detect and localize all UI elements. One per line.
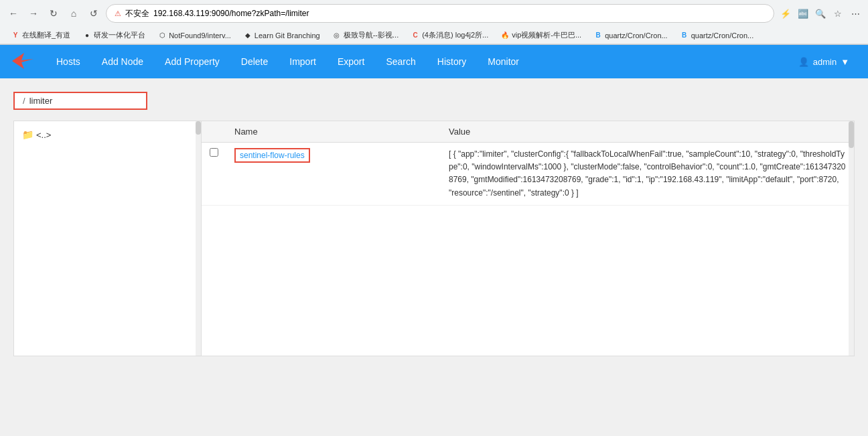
nav-history-button[interactable]: ↺: [86, 5, 102, 21]
bookmark-quartz2[interactable]: B quartz/Cron/Cron...: [674, 29, 760, 42]
nav-delete[interactable]: Delete: [230, 45, 279, 78]
nav-add-node[interactable]: Add Node: [91, 45, 154, 78]
browser-toolbar: ← → ↻ ⌂ ↺ ⚠ 不安全 192.168.43.119:9090/home…: [0, 0, 868, 27]
row-checkbox-cell: [202, 143, 226, 206]
bookmark-youdao[interactable]: Y 在线翻译_有道: [5, 29, 76, 42]
bookmark-favicon: ⬡: [157, 31, 167, 40]
bookmark-label: 极致导航--影视...: [344, 30, 399, 40]
bookmark-favicon: ●: [82, 31, 92, 40]
bookmark-log4j[interactable]: C (4条消息) log4j2所...: [405, 29, 494, 42]
bookmarks-bar: Y 在线翻译_有道 ● 研发一体化平台 ⬡ NotFound9/interv..…: [0, 27, 868, 44]
tree-scrollbar-thumb: [196, 121, 201, 135]
bookmark-label: Learn Git Branching: [255, 31, 320, 40]
data-panel: Name Value sentinel-flow-rules [ { "app"…: [202, 121, 854, 356]
browser-chrome: ← → ↻ ⌂ ↺ ⚠ 不安全 192.168.43.119:9090/home…: [0, 0, 868, 45]
translate-button[interactable]: 🔤: [796, 6, 810, 21]
bookmark-label: 研发一体化平台: [94, 30, 145, 40]
more-button[interactable]: ⋯: [848, 6, 863, 21]
content-area: 📁 <..> Name Value: [13, 121, 855, 356]
table-header: Name Value: [202, 121, 854, 143]
nav-history[interactable]: History: [427, 45, 478, 78]
row-value-cell: [ { "app":"limiter", "clusterConfig":{ "…: [441, 143, 854, 206]
breadcrumb: / limiter: [13, 92, 147, 110]
col-value: Value: [441, 121, 854, 143]
bookmark-favicon: ◎: [332, 31, 342, 40]
main-content: / limiter 📁 <..> Name Value: [0, 78, 868, 370]
bookmark-favicon: B: [680, 31, 689, 40]
browser-actions: ⚡ 🔤 🔍 ☆ ⋯: [778, 6, 863, 21]
breadcrumb-current: limiter: [29, 96, 53, 106]
bookmark-github[interactable]: ⬡ NotFound9/interv...: [152, 29, 236, 42]
user-name: admin: [813, 57, 837, 67]
bookmark-label: NotFound9/interv...: [169, 31, 231, 40]
tree-node-label: <..>: [36, 130, 51, 140]
row-name-cell: sentinel-flow-rules: [226, 143, 441, 206]
data-table: Name Value sentinel-flow-rules [ { "app"…: [202, 121, 854, 206]
bookmark-quartz1[interactable]: B quartz/Cron/Cron...: [588, 29, 673, 42]
app-logo: [11, 49, 35, 75]
row-checkbox[interactable]: [210, 148, 218, 157]
bookmark-label: (4条消息) log4j2所...: [422, 30, 488, 40]
logo-icon: [11, 49, 35, 73]
address-url: 192.168.43.119:9090/home?zkPath=/limiter: [153, 9, 309, 18]
user-dropdown-icon: ▼: [841, 57, 849, 67]
bookmark-research[interactable]: ● 研发一体化平台: [77, 29, 151, 42]
lightning-button[interactable]: ⚡: [778, 6, 793, 21]
bookmark-nav[interactable]: ◎ 极致导航--影视...: [327, 29, 405, 42]
table-body: sentinel-flow-rules [ { "app":"limiter",…: [202, 143, 854, 206]
tree-panel: 📁 <..>: [14, 121, 202, 356]
bookmark-favicon: C: [411, 31, 420, 40]
nav-back-button[interactable]: ←: [5, 5, 21, 21]
bookmark-label: 在线翻译_有道: [22, 30, 70, 40]
nav-search[interactable]: Search: [375, 45, 426, 78]
nav-hosts[interactable]: Hosts: [46, 45, 91, 78]
nav-import[interactable]: Import: [279, 45, 327, 78]
bookmark-favicon: Y: [11, 31, 20, 40]
bookmark-favicon: ◆: [243, 31, 252, 40]
nav-export[interactable]: Export: [327, 45, 375, 78]
bookmark-button[interactable]: ☆: [830, 6, 845, 21]
nav-add-property[interactable]: Add Property: [154, 45, 230, 78]
address-bar[interactable]: ⚠ 不安全 192.168.43.119:9090/home?zkPath=/l…: [106, 4, 774, 23]
bookmark-label: vip视频解析-牛巴巴...: [512, 30, 581, 40]
bookmark-label: quartz/Cron/Cron...: [691, 31, 754, 40]
table-header-row: Name Value: [202, 121, 854, 143]
table-row: sentinel-flow-rules [ { "app":"limiter",…: [202, 143, 854, 206]
nav-forward-button[interactable]: →: [25, 5, 42, 21]
bookmark-favicon: B: [593, 31, 603, 40]
bookmark-gitbranching[interactable]: ◆ Learn Git Branching: [238, 29, 326, 42]
svg-marker-0: [12, 53, 33, 69]
nav-user[interactable]: 👤 admin ▼: [790, 57, 857, 67]
nav-monitor[interactable]: Monitor: [477, 45, 530, 78]
nav-home-button[interactable]: ⌂: [66, 5, 82, 21]
app-navbar: Hosts Add Node Add Property Delete Impor…: [0, 45, 868, 78]
user-icon: 👤: [798, 57, 809, 67]
search-action-button[interactable]: 🔍: [813, 6, 828, 21]
tree-node-parent[interactable]: 📁 <..>: [19, 127, 196, 143]
col-checkbox: [202, 121, 226, 143]
security-icon: ⚠: [115, 9, 121, 18]
bookmark-vip[interactable]: 🔥 vip视频解析-牛巴巴...: [495, 29, 587, 42]
col-name: Name: [226, 121, 441, 143]
bookmark-favicon: 🔥: [500, 31, 510, 40]
folder-icon: 📁: [22, 129, 33, 140]
nav-refresh-button[interactable]: ↻: [46, 5, 62, 21]
data-scrollbar-thumb: [849, 121, 854, 148]
breadcrumb-container: / limiter: [13, 92, 855, 110]
bookmark-label: quartz/Cron/Cron...: [605, 31, 668, 40]
row-name-link[interactable]: sentinel-flow-rules: [234, 148, 310, 163]
breadcrumb-separator: /: [23, 96, 25, 106]
security-label: 不安全: [125, 8, 149, 19]
tree-scrollbar[interactable]: [196, 121, 201, 356]
data-scrollbar[interactable]: [849, 121, 854, 356]
